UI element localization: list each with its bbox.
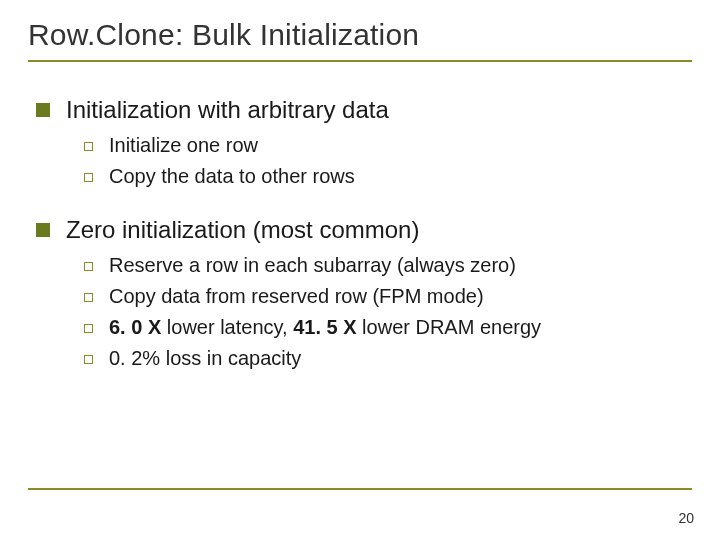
sublist: Initialize one row Copy the data to othe… bbox=[84, 134, 692, 188]
footer-underline bbox=[28, 488, 692, 490]
square-bullet-icon bbox=[36, 103, 50, 117]
page-number: 20 bbox=[678, 510, 694, 526]
square-bullet-icon bbox=[36, 223, 50, 237]
bold-text: 6. 0 X bbox=[109, 316, 161, 338]
slide-content: Initialization with arbitrary data Initi… bbox=[28, 96, 692, 370]
plain-text: lower DRAM energy bbox=[357, 316, 542, 338]
bullet-level2: Copy the data to other rows bbox=[84, 165, 692, 188]
level1-text: Initialization with arbitrary data bbox=[66, 96, 389, 124]
bullet-level2: Initialize one row bbox=[84, 134, 692, 157]
hollow-square-bullet-icon bbox=[84, 324, 93, 333]
plain-text: lower latency, bbox=[161, 316, 293, 338]
bullet-level2: 0. 2% loss in capacity bbox=[84, 347, 692, 370]
level2-text: Initialize one row bbox=[109, 134, 258, 157]
bold-text: 41. 5 X bbox=[293, 316, 356, 338]
level2-text: 6. 0 X lower latency, 41. 5 X lower DRAM… bbox=[109, 316, 541, 339]
level1-text: Zero initialization (most common) bbox=[66, 216, 419, 244]
level2-text: Reserve a row in each subarray (always z… bbox=[109, 254, 516, 277]
bullet-level1: Zero initialization (most common) bbox=[36, 216, 692, 244]
hollow-square-bullet-icon bbox=[84, 142, 93, 151]
title-underline bbox=[28, 60, 692, 62]
bullet-level2: Reserve a row in each subarray (always z… bbox=[84, 254, 692, 277]
bullet-level1: Initialization with arbitrary data bbox=[36, 96, 692, 124]
sublist: Reserve a row in each subarray (always z… bbox=[84, 254, 692, 370]
slide-title: Row.Clone: Bulk Initialization bbox=[28, 18, 692, 52]
level2-text: Copy data from reserved row (FPM mode) bbox=[109, 285, 484, 308]
hollow-square-bullet-icon bbox=[84, 262, 93, 271]
level2-text: Copy the data to other rows bbox=[109, 165, 355, 188]
bullet-level2: Copy data from reserved row (FPM mode) bbox=[84, 285, 692, 308]
hollow-square-bullet-icon bbox=[84, 173, 93, 182]
hollow-square-bullet-icon bbox=[84, 293, 93, 302]
bullet-level2: 6. 0 X lower latency, 41. 5 X lower DRAM… bbox=[84, 316, 692, 339]
hollow-square-bullet-icon bbox=[84, 355, 93, 364]
slide: Row.Clone: Bulk Initialization Initializ… bbox=[0, 0, 720, 540]
level2-text: 0. 2% loss in capacity bbox=[109, 347, 301, 370]
